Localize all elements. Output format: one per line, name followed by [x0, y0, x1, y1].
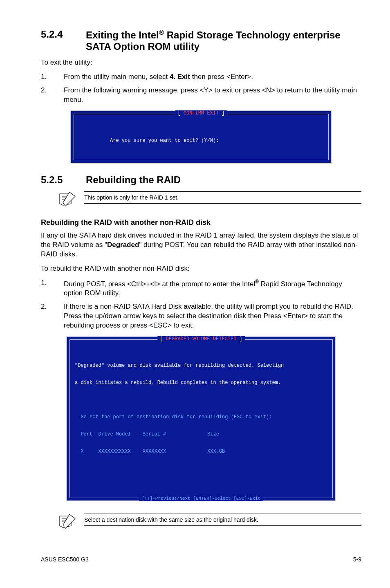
para-525-1: If any of the SATA hard disk drives incl… — [41, 231, 361, 259]
step-525-2-text: If there is a non-RAID SATA Hard Disk av… — [64, 302, 361, 330]
step-524-2: 2. From the following warning message, p… — [41, 86, 361, 105]
console-confirm-exit: [ CONFIRM EXIT ] Are you sure you want t… — [70, 110, 332, 164]
console-degraded: [ DEGRADED VOLUME DETECTED ] "Degraded" … — [66, 336, 336, 501]
console-degraded-label: [ DEGRADED VOLUME DETECTED ] — [157, 336, 245, 342]
note-525-2-text: Select a destination disk with the same … — [84, 514, 361, 526]
console-confirm-exit-label-text: CONFIRM EXIT — [184, 110, 219, 116]
para-525-1-bold: Degraded — [107, 241, 139, 249]
heading-524-pre: Exiting the Intel — [86, 29, 159, 40]
console-degraded-inner: [ DEGRADED VOLUME DETECTED ] "Degraded" … — [69, 339, 333, 498]
console-confirm-exit-body: Are you sure you want to exit? (Y/N): — [81, 138, 322, 144]
note-525-2: Select a destination disk with the same … — [57, 514, 361, 532]
steps-525: 1. During POST, press <Ctrl>+<I> at the … — [41, 278, 361, 330]
step-525-1-sup: ® — [255, 279, 259, 285]
console-degraded-line2: a disk initiates a rebuild. Rebuild comp… — [75, 380, 327, 386]
heading-525-title: Rebuilding the RAID — [86, 174, 361, 186]
note-525-1-text: This option is only for the RAID 1 set. — [84, 191, 361, 204]
console-degraded-blank2 — [75, 466, 327, 471]
console-degraded-blank1 — [75, 397, 327, 403]
para-525-2: To rebuild the RAID with another non-RAI… — [41, 264, 361, 274]
console-degraded-line3: Select the port of destination disk for … — [75, 414, 327, 420]
step-524-2-text: From the following warning message, pres… — [64, 86, 361, 105]
heading-524: 5.2.4 Exiting the Intel® Rapid Storage T… — [41, 29, 361, 52]
note-icon — [57, 191, 77, 209]
console-confirm-exit-label: [ CONFIRM EXIT ] — [175, 110, 227, 116]
step-525-2: 2. If there is a non-RAID SATA Hard Disk… — [41, 302, 361, 330]
console-degraded-line1: "Degraded" volume and disk available for… — [75, 363, 327, 368]
step-524-1-text: From the utility main menu, select 4. Ex… — [64, 72, 361, 82]
step-525-2-num: 2. — [41, 302, 64, 330]
console-degraded-label-text: DEGRADED VOLUME DETECTED — [166, 336, 237, 342]
step-524-1: 1. From the utility main menu, select 4.… — [41, 72, 361, 82]
page-footer: ASUS ESC500 G3 5-9 — [41, 556, 361, 563]
notepad-icon — [57, 191, 77, 208]
console-degraded-footer: [↑↓]-Previous/Next [ENTER]-Select [ESC]-… — [139, 496, 263, 501]
step-525-1: 1. During POST, press <Ctrl>+<I> at the … — [41, 278, 361, 298]
step-524-2-num: 2. — [41, 86, 64, 105]
step-524-1-num: 1. — [41, 72, 64, 82]
console-degraded-line4: Port Drive Model Serial # Size — [75, 431, 327, 437]
footer-left: ASUS ESC500 G3 — [41, 556, 89, 563]
step-524-1-pre: From the utility main menu, select — [64, 73, 170, 81]
notepad-icon — [57, 514, 77, 530]
heading-525-num: 5.2.5 — [41, 174, 86, 186]
heading-524-title: Exiting the Intel® Rapid Storage Technol… — [86, 29, 361, 52]
subheading-525: Rebuilding the RAID with another non-RAI… — [41, 218, 361, 227]
console-confirm-exit-inner: [ CONFIRM EXIT ] Are you sure you want t… — [74, 114, 329, 160]
heading-524-sup: ® — [159, 29, 164, 36]
step-525-1-pre: During POST, press <Ctrl>+<I> at the pro… — [64, 280, 255, 287]
heading-524-num: 5.2.4 — [41, 29, 86, 52]
steps-524: 1. From the utility main menu, select 4.… — [41, 72, 361, 105]
note-525-1: This option is only for the RAID 1 set. — [57, 191, 361, 209]
footer-right: 5-9 — [353, 556, 361, 563]
intro-524: To exit the utility: — [41, 58, 361, 67]
step-525-1-num: 1. — [41, 278, 64, 298]
console-degraded-line5: X XXXXXXXXXXX XXXXXXXX XXX.GB — [75, 449, 327, 454]
heading-525: 5.2.5 Rebuilding the RAID — [41, 174, 361, 186]
step-525-1-text: During POST, press <Ctrl>+<I> at the pro… — [64, 278, 361, 298]
note-icon-2 — [57, 514, 77, 532]
step-524-1-bold: 4. Exit — [170, 73, 190, 81]
step-524-1-post: then press <Enter>. — [190, 73, 253, 81]
